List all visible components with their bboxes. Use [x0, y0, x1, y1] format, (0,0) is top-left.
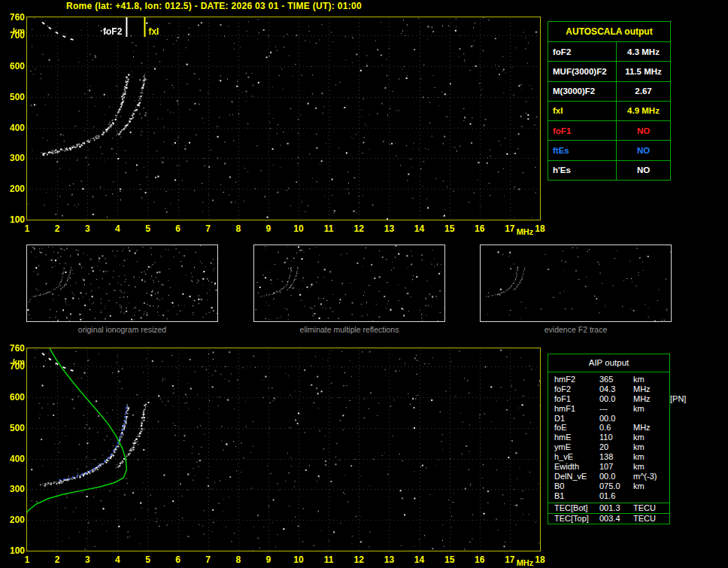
thumbnail-multiple-reflections-removed [253, 245, 445, 322]
autoscala-row-value: NO [617, 141, 670, 159]
aip-param-name: hmE [554, 433, 599, 442]
autoscala-row-label: ftEs [548, 141, 617, 159]
aip-output-table-rows: hmF2365kmfoF204.3MHzfoF100.0MHz[PN]hmF1-… [548, 372, 669, 501]
x-tick-label: 16 [471, 224, 489, 233]
aip-tec-row: TEC[Bot]001.3TECU [548, 503, 669, 513]
aip-param-value: 110 [599, 433, 633, 442]
thumbnail-caption-reflections: eliminate multiple reflections [253, 325, 445, 334]
aip-param-unit: km [633, 433, 669, 442]
y-tick-label: 600 [2, 62, 25, 71]
aip-param-value: 138 [599, 452, 633, 462]
x-tick-label: 6 [169, 224, 187, 233]
aip-param-value: 075.0 [599, 481, 633, 491]
aip-param-unit: km [633, 481, 669, 491]
aip-tec-row: TEC[Top]003.4TECU [548, 514, 669, 524]
marker-label-foF2: foF2 [93, 26, 122, 37]
x-tick-label: 15 [441, 555, 459, 564]
x-tick-label: 6 [169, 555, 187, 564]
aip-row: foF100.0MHz[PN] [548, 394, 669, 404]
x-tick-label: 3 [78, 224, 96, 233]
thumbnail-original-ionogram [26, 245, 218, 322]
autoscala-row-label: fxI [548, 102, 617, 120]
aip-param-name: DelN_vE [554, 472, 599, 481]
aip-param-value: 003.4 [599, 514, 633, 524]
aip-output-table: AIP output hmF2365kmfoF204.3MHzfoF100.0M… [548, 354, 670, 524]
autoscala-row-label: h'Es [548, 161, 617, 180]
x-tick-label: 2 [48, 224, 66, 233]
y-tick-label: 100 [2, 546, 25, 555]
aip-param-value: 00.0 [599, 394, 633, 404]
aip-tec-box: TEC[Top]003.4TECU [548, 513, 670, 524]
x-tick-label: 14 [411, 224, 429, 233]
x-tick-label: 1 [18, 224, 36, 233]
aip-param-name: hmF2 [554, 375, 599, 384]
y-tick-label: 200 [2, 515, 25, 524]
aip-param-name: foF1 [554, 394, 599, 404]
x-axis-unit-label: MHz [516, 227, 534, 236]
aip-row: B0075.0km [548, 481, 669, 491]
autoscala-row-label: foF2 [548, 42, 617, 61]
autoscala-row: foF1NO [548, 121, 670, 141]
aip-param-unit: km [633, 462, 669, 472]
autoscala-row-value: 4.9 MHz [617, 102, 670, 120]
aip-param-name: h_vE [554, 452, 599, 462]
x-axis-unit-label: MHz [516, 558, 534, 567]
aip-row: foE0.6MHz [548, 423, 669, 433]
scaled-ionogram-plot: foF2fxI [26, 17, 541, 220]
autoscala-output-table: AUTOSCALA output foF24.3 MHzMUF(3000)F21… [548, 21, 671, 181]
autoscala-row-value: NO [617, 121, 670, 140]
x-tick-label: 8 [229, 555, 247, 564]
autoscala-row-value: 11.5 MHz [617, 62, 670, 80]
x-tick-label: 2 [48, 555, 66, 564]
aip-param-unit [633, 491, 669, 501]
aip-param-value: 001.3 [599, 503, 633, 513]
thumbnail-caption-f2-trace: evidence F2 trace [480, 325, 672, 334]
x-tick-label: 11 [320, 555, 338, 564]
aip-param-unit: km [633, 404, 669, 414]
x-tick-label: 15 [441, 224, 459, 233]
x-tick-label: 4 [108, 224, 126, 233]
y-axis-unit-label: km [2, 26, 25, 35]
x-tick-label: 16 [471, 555, 489, 564]
x-tick-label: 3 [78, 555, 96, 564]
x-tick-label: 10 [290, 555, 308, 564]
autoscala-row: fxI4.9 MHz [548, 102, 670, 121]
aip-row: h_vE138km [548, 452, 669, 462]
x-tick-label: 5 [138, 555, 156, 564]
aip-tec-box: TEC[Bot]001.3TECU [548, 503, 670, 514]
x-tick-label: 12 [350, 224, 368, 233]
scaled-ionogram-canvas [27, 17, 540, 220]
aip-param-unit: MHz [633, 394, 669, 404]
marker-label-fxI: fxI [148, 26, 159, 37]
y-tick-label: 760 [2, 344, 25, 353]
x-tick-label: 9 [259, 224, 278, 233]
aip-output-table-main: AIP output hmF2365kmfoF204.3MHzfoF100.0M… [548, 354, 670, 503]
autoscala-row: foF24.3 MHz [548, 42, 670, 62]
aip-param-value: 00.0 [599, 414, 633, 424]
x-tick-label: 13 [380, 555, 398, 564]
aip-param-unit: MHz [633, 384, 669, 394]
x-tick-label: 7 [199, 224, 217, 233]
page-title: Rome (lat: +41.8, lon: 012.5) - DATE: 20… [66, 1, 362, 11]
x-tick-label: 9 [259, 555, 278, 564]
x-tick-label: 8 [229, 224, 247, 233]
autoscala-row-label: M(3000)F2 [548, 82, 617, 101]
y-tick-label: 500 [2, 424, 25, 433]
aip-param-name: B1 [554, 491, 599, 501]
autoscala-row: MUF(3000)F211.5 MHz [548, 62, 670, 81]
aip-param-name: TEC[Top] [554, 514, 599, 524]
x-tick-label: 14 [411, 555, 429, 564]
aip-param-unit: m^(-3) [633, 472, 669, 481]
autoscala-output-table-title: AUTOSCALA output [548, 22, 670, 42]
y-tick-label: 600 [2, 393, 25, 402]
aip-row: B101.6 [548, 491, 669, 501]
aip-param-unit: MHz [633, 423, 669, 433]
thumbnail-caption-original: original ionogram resized [26, 325, 218, 334]
aip-row: DelN_vE00.0m^(-3) [548, 472, 669, 481]
y-axis-unit-label: km [2, 357, 25, 366]
y-tick-label: 400 [2, 454, 25, 463]
aip-param-name: TEC[Bot] [554, 503, 599, 513]
aip-param-name: ymE [554, 442, 599, 452]
autoscala-row-label: MUF(3000)F2 [548, 62, 617, 80]
thumbnail-multiple-reflections-removed-canvas [254, 245, 444, 321]
